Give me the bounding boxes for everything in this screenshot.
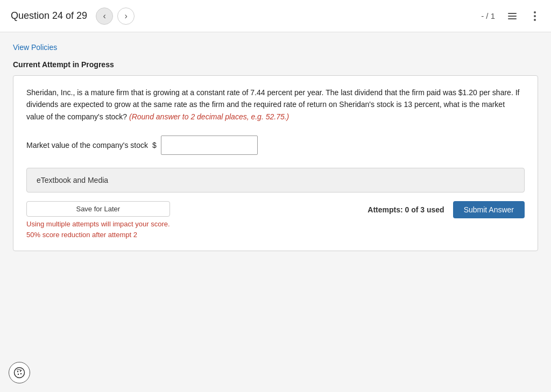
round-note: (Round answer to 2 decimal places, e.g. … [129, 112, 289, 121]
list-view-button[interactable] [504, 9, 521, 24]
attempt-status-label: Current Attempt in Progress [13, 60, 538, 69]
header: Question 24 of 29 ‹ › - / 1 [0, 0, 551, 32]
answer-row: Market value of the company's stock $ [26, 136, 525, 155]
prev-question-button[interactable]: ‹ [96, 8, 113, 25]
warning-text: Using multiple attempts will impact your… [26, 219, 170, 240]
next-question-button[interactable]: › [117, 8, 135, 25]
footer-left: Save for Later Using multiple attempts w… [26, 201, 170, 240]
content-area: View Policies Current Attempt in Progres… [0, 32, 551, 392]
header-left: Question 24 of 29 ‹ › [11, 8, 135, 25]
score-display: - / 1 [481, 11, 495, 20]
footer-right: Attempts: 0 of 3 used Submit Answer [368, 201, 525, 218]
list-icon [506, 11, 519, 22]
save-later-button[interactable]: Save for Later [26, 201, 170, 217]
answer-label: Market value of the company's stock [26, 141, 148, 149]
question-text: Sheridan, Inc., is a mature firm that is… [26, 87, 525, 123]
svg-point-3 [18, 374, 19, 375]
warning-line1: Using multiple attempts will impact your… [26, 219, 170, 230]
etextbook-label: eTextbook and Media [37, 176, 108, 184]
svg-point-1 [17, 371, 18, 372]
view-policies-link[interactable]: View Policies [13, 43, 57, 52]
svg-point-0 [15, 368, 25, 378]
attempts-text: Attempts: 0 of 3 used [368, 205, 444, 214]
more-options-button[interactable] [529, 7, 540, 25]
etextbook-section[interactable]: eTextbook and Media [26, 168, 525, 193]
answer-input[interactable] [161, 136, 258, 155]
cookie-icon [13, 367, 25, 379]
cookie-button[interactable] [9, 362, 30, 383]
dots-icon [532, 9, 538, 23]
dollar-sign: $ [152, 141, 157, 149]
chevron-right-icon: › [124, 11, 127, 21]
card-footer: Save for Later Using multiple attempts w… [26, 201, 525, 240]
submit-answer-button[interactable]: Submit Answer [453, 201, 525, 218]
question-card: Sheridan, Inc., is a mature firm that is… [13, 75, 538, 251]
header-right: - / 1 [481, 7, 540, 25]
question-title: Question 24 of 29 [11, 10, 87, 22]
chevron-left-icon: ‹ [103, 11, 105, 21]
warning-line2: 50% score reduction after attempt 2 [26, 230, 170, 240]
svg-point-4 [20, 373, 22, 374]
svg-point-2 [20, 370, 21, 372]
